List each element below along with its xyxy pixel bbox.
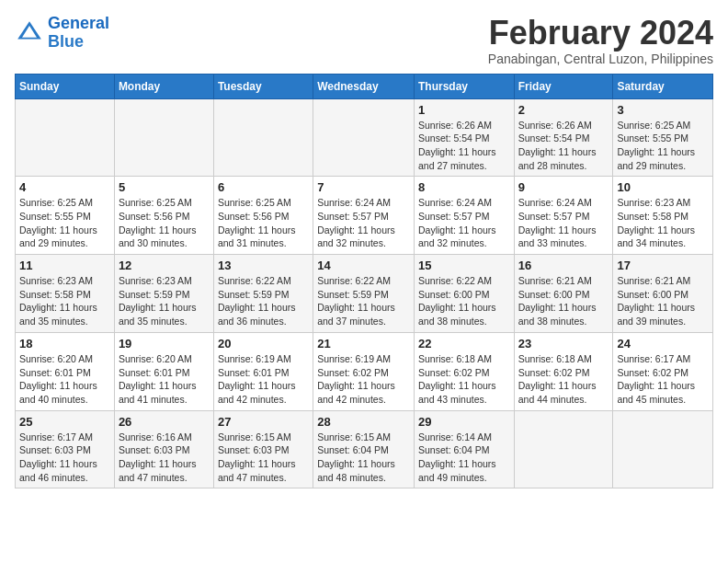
day-number: 26 [119, 415, 210, 429]
day-info: Sunrise: 6:23 AM Sunset: 5:58 PM Dayligh… [19, 274, 110, 328]
day-number: 20 [218, 337, 309, 350]
day-number: 18 [19, 337, 110, 350]
calendar-cell: 1Sunrise: 6:26 AM Sunset: 5:54 PM Daylig… [414, 98, 514, 177]
weekday-header: Thursday [414, 74, 514, 98]
day-info: Sunrise: 6:17 AM Sunset: 6:02 PM Dayligh… [617, 352, 709, 407]
day-info: Sunrise: 6:15 AM Sunset: 6:04 PM Dayligh… [317, 431, 410, 485]
day-info: Sunrise: 6:24 AM Sunset: 5:57 PM Dayligh… [418, 196, 510, 250]
day-number: 4 [19, 180, 110, 194]
day-number: 8 [418, 180, 510, 194]
day-number: 21 [317, 337, 410, 350]
day-number: 27 [218, 415, 309, 429]
calendar-week-row: 1Sunrise: 6:26 AM Sunset: 5:54 PM Daylig… [16, 98, 713, 177]
calendar-cell [16, 98, 115, 177]
calendar-cell: 6Sunrise: 6:25 AM Sunset: 5:56 PM Daylig… [213, 177, 313, 255]
calendar-cell: 24Sunrise: 6:17 AM Sunset: 6:02 PM Dayli… [613, 332, 713, 410]
day-number: 16 [518, 259, 609, 272]
calendar-cell: 26Sunrise: 6:16 AM Sunset: 6:03 PM Dayli… [114, 410, 213, 488]
calendar-cell: 23Sunrise: 6:18 AM Sunset: 6:02 PM Dayli… [514, 332, 613, 410]
calendar-cell: 20Sunrise: 6:19 AM Sunset: 6:01 PM Dayli… [213, 332, 313, 410]
subtitle: Panabingan, Central Luzon, Philippines [488, 52, 713, 66]
day-info: Sunrise: 6:18 AM Sunset: 6:02 PM Dayligh… [518, 352, 609, 407]
calendar-cell: 13Sunrise: 6:22 AM Sunset: 5:59 PM Dayli… [213, 255, 313, 333]
day-info: Sunrise: 6:25 AM Sunset: 5:56 PM Dayligh… [119, 196, 210, 250]
calendar-week-row: 18Sunrise: 6:20 AM Sunset: 6:01 PM Dayli… [16, 332, 713, 410]
logo-line2: Blue [48, 32, 84, 51]
calendar-cell: 8Sunrise: 6:24 AM Sunset: 5:57 PM Daylig… [414, 177, 514, 255]
calendar-cell: 21Sunrise: 6:19 AM Sunset: 6:02 PM Dayli… [313, 332, 415, 410]
day-info: Sunrise: 6:24 AM Sunset: 5:57 PM Dayligh… [518, 196, 609, 250]
weekday-header: Sunday [16, 74, 115, 98]
day-number: 7 [317, 180, 410, 194]
calendar-cell: 9Sunrise: 6:24 AM Sunset: 5:57 PM Daylig… [514, 177, 613, 255]
day-info: Sunrise: 6:20 AM Sunset: 6:01 PM Dayligh… [119, 352, 210, 407]
day-number: 5 [119, 180, 210, 194]
day-info: Sunrise: 6:14 AM Sunset: 6:04 PM Dayligh… [418, 431, 510, 485]
calendar-cell: 12Sunrise: 6:23 AM Sunset: 5:59 PM Dayli… [114, 255, 213, 333]
calendar-cell: 3Sunrise: 6:25 AM Sunset: 5:55 PM Daylig… [613, 98, 713, 177]
day-number: 10 [617, 180, 709, 194]
calendar-cell: 22Sunrise: 6:18 AM Sunset: 6:02 PM Dayli… [414, 332, 514, 410]
calendar-table: SundayMondayTuesdayWednesdayThursdayFrid… [15, 74, 713, 489]
calendar-cell: 2Sunrise: 6:26 AM Sunset: 5:54 PM Daylig… [514, 98, 613, 177]
weekday-header: Saturday [613, 74, 713, 98]
day-info: Sunrise: 6:22 AM Sunset: 6:00 PM Dayligh… [418, 274, 510, 328]
title-area: February 2024 Panabingan, Central Luzon,… [488, 15, 713, 66]
day-number: 3 [617, 103, 709, 117]
day-number: 13 [218, 259, 309, 272]
day-number: 14 [317, 259, 410, 272]
logo-icon [15, 18, 44, 48]
weekday-header: Monday [114, 74, 213, 98]
day-info: Sunrise: 6:16 AM Sunset: 6:03 PM Dayligh… [119, 431, 210, 485]
calendar-cell [213, 98, 313, 177]
header: General Blue February 2024 Panabingan, C… [15, 15, 713, 66]
day-number: 17 [617, 259, 709, 272]
day-number: 22 [418, 337, 510, 350]
logo-line1: General [48, 14, 109, 32]
calendar-cell: 5Sunrise: 6:25 AM Sunset: 5:56 PM Daylig… [114, 177, 213, 255]
calendar-week-row: 25Sunrise: 6:17 AM Sunset: 6:03 PM Dayli… [16, 410, 713, 488]
calendar-cell: 4Sunrise: 6:25 AM Sunset: 5:55 PM Daylig… [16, 177, 115, 255]
day-info: Sunrise: 6:21 AM Sunset: 6:00 PM Dayligh… [518, 274, 609, 328]
day-info: Sunrise: 6:17 AM Sunset: 6:03 PM Dayligh… [19, 431, 110, 485]
calendar-week-row: 11Sunrise: 6:23 AM Sunset: 5:58 PM Dayli… [16, 255, 713, 333]
day-info: Sunrise: 6:25 AM Sunset: 5:55 PM Dayligh… [19, 196, 110, 250]
calendar-cell: 16Sunrise: 6:21 AM Sunset: 6:00 PM Dayli… [514, 255, 613, 333]
day-info: Sunrise: 6:23 AM Sunset: 5:58 PM Dayligh… [617, 196, 709, 250]
day-info: Sunrise: 6:26 AM Sunset: 5:54 PM Dayligh… [518, 119, 609, 173]
day-info: Sunrise: 6:22 AM Sunset: 5:59 PM Dayligh… [317, 274, 410, 328]
day-info: Sunrise: 6:18 AM Sunset: 6:02 PM Dayligh… [418, 352, 510, 407]
day-info: Sunrise: 6:19 AM Sunset: 6:02 PM Dayligh… [317, 352, 410, 407]
day-info: Sunrise: 6:25 AM Sunset: 5:55 PM Dayligh… [617, 119, 709, 173]
calendar-cell: 10Sunrise: 6:23 AM Sunset: 5:58 PM Dayli… [613, 177, 713, 255]
day-info: Sunrise: 6:21 AM Sunset: 6:00 PM Dayligh… [617, 274, 709, 328]
day-info: Sunrise: 6:19 AM Sunset: 6:01 PM Dayligh… [218, 352, 309, 407]
day-number: 6 [218, 180, 309, 194]
day-info: Sunrise: 6:25 AM Sunset: 5:56 PM Dayligh… [218, 196, 309, 250]
day-number: 12 [119, 259, 210, 272]
calendar-cell: 17Sunrise: 6:21 AM Sunset: 6:00 PM Dayli… [613, 255, 713, 333]
calendar-cell: 14Sunrise: 6:22 AM Sunset: 5:59 PM Dayli… [313, 255, 415, 333]
day-info: Sunrise: 6:15 AM Sunset: 6:03 PM Dayligh… [218, 431, 309, 485]
calendar-cell [114, 98, 213, 177]
logo: General Blue [15, 15, 109, 52]
day-info: Sunrise: 6:23 AM Sunset: 5:59 PM Dayligh… [119, 274, 210, 328]
calendar-cell: 27Sunrise: 6:15 AM Sunset: 6:03 PM Dayli… [213, 410, 313, 488]
calendar-cell: 11Sunrise: 6:23 AM Sunset: 5:58 PM Dayli… [16, 255, 115, 333]
calendar-cell [613, 410, 713, 488]
logo-text: General Blue [48, 15, 109, 52]
calendar-cell [313, 98, 415, 177]
day-info: Sunrise: 6:20 AM Sunset: 6:01 PM Dayligh… [19, 352, 110, 407]
calendar-cell: 25Sunrise: 6:17 AM Sunset: 6:03 PM Dayli… [16, 410, 115, 488]
day-number: 24 [617, 337, 709, 350]
calendar-cell: 28Sunrise: 6:15 AM Sunset: 6:04 PM Dayli… [313, 410, 415, 488]
calendar-cell: 15Sunrise: 6:22 AM Sunset: 6:00 PM Dayli… [414, 255, 514, 333]
calendar-week-row: 4Sunrise: 6:25 AM Sunset: 5:55 PM Daylig… [16, 177, 713, 255]
day-number: 1 [418, 103, 510, 117]
weekday-header: Wednesday [313, 74, 415, 98]
day-number: 11 [19, 259, 110, 272]
day-info: Sunrise: 6:22 AM Sunset: 5:59 PM Dayligh… [218, 274, 309, 328]
day-number: 23 [518, 337, 609, 350]
calendar-cell: 19Sunrise: 6:20 AM Sunset: 6:01 PM Dayli… [114, 332, 213, 410]
weekday-header: Friday [514, 74, 613, 98]
